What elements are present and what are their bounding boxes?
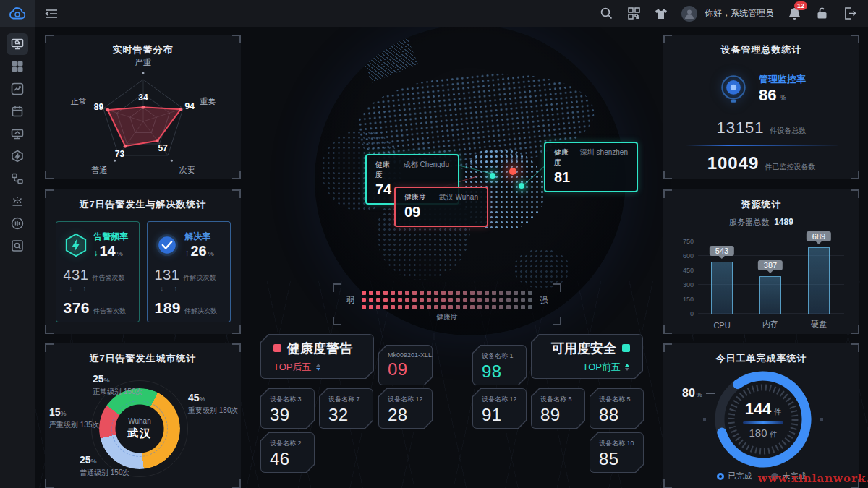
hexagon-power-icon	[11, 150, 24, 163]
screen-arrow-icon	[11, 127, 24, 140]
device-value: 88	[599, 405, 644, 425]
app-grid-icon	[11, 60, 24, 73]
legend-done[interactable]: 已完成	[717, 471, 752, 481]
device-card: 设备名称 5 89	[531, 388, 585, 429]
notification-badge: 12	[794, 1, 807, 10]
equalizer-circle-icon	[11, 217, 24, 230]
device-value: 39	[270, 405, 315, 425]
device-card: 设备名称 3 39	[260, 388, 315, 429]
panel-title: 设备管理总数统计	[663, 35, 859, 56]
stat-label: 件告警次数	[92, 273, 124, 283]
device-total-label: 件设备总数	[770, 126, 807, 136]
device-card: 设备名称 5 88	[590, 388, 644, 429]
device-value: 32	[328, 405, 373, 425]
warning-rank-toggle[interactable]: TOP后五	[273, 361, 361, 374]
warning-rank-label: TOP后五	[273, 361, 312, 374]
legend-title: 健康度	[333, 312, 561, 322]
slice-unit: %	[61, 410, 67, 417]
slice-label: 严重级别	[49, 421, 78, 429]
teal-square-icon	[622, 344, 630, 352]
svg-text:次要: 次要	[179, 166, 195, 174]
sidebar-item-topology[interactable]	[7, 168, 28, 189]
alarm-frequency-card: 告警频率 ↓ 14 % 431件告警次数 ↓ ↑ 376件告警次数	[56, 221, 140, 322]
lock-icon[interactable]	[814, 7, 829, 21]
dashboard-app: 你好，系统管理员 12	[0, 0, 868, 488]
trend-unit: %	[208, 250, 214, 257]
qr-code-icon[interactable]	[626, 7, 641, 21]
map-dots-streak	[361, 38, 417, 83]
map-pin-teal[interactable]	[490, 173, 495, 179]
legend-strong-label: 强	[540, 295, 548, 306]
availability-header: 可用度安全 TOP前五	[531, 334, 643, 379]
collapse-menu-icon[interactable]	[45, 9, 58, 19]
stat-label: 件解决次数	[184, 307, 217, 316]
stat-name: 告警频率	[94, 231, 129, 243]
search-icon[interactable]	[599, 7, 613, 21]
alarm-beacon-icon	[11, 194, 24, 207]
svg-text:普通: 普通	[91, 166, 107, 174]
cloud-logo-icon	[8, 7, 27, 21]
slice-pct: 45	[188, 392, 200, 403]
legend-weak-label: 弱	[346, 295, 354, 306]
stat-name: 解决率	[185, 231, 214, 243]
stat-label: 件告警次数	[93, 307, 126, 316]
panel-title: 资源统计	[663, 189, 859, 211]
sidebar-item-power[interactable]	[7, 145, 28, 167]
user-greeting: 你好，系统管理员	[705, 7, 774, 20]
monitor-rate-label: 管理监控率	[759, 73, 806, 86]
schedule-icon	[11, 105, 24, 118]
device-label: 设备名称 12	[482, 395, 527, 404]
gauge-percent: 80	[682, 387, 695, 400]
sidebar-item-audio-control[interactable]	[7, 213, 28, 234]
safety-rank-label: TOP前五	[583, 361, 621, 374]
sidebar-item-log-search[interactable]	[7, 235, 28, 257]
notifications-bell-icon[interactable]: 12	[787, 7, 801, 21]
total-count: 180	[749, 427, 767, 439]
panel-alarm-weekly: 近7日告警发生与解决数统计 告警频率 ↓ 14 %	[45, 189, 241, 334]
sidebar-item-cloud-monitor[interactable]	[7, 33, 28, 55]
safety-title: 可用度安全	[551, 340, 616, 357]
device-card: 设备名称 12 28	[378, 388, 433, 429]
theme-shirt-icon[interactable]	[654, 7, 668, 21]
svg-text:正常: 正常	[70, 97, 86, 106]
svg-text:重要: 重要	[200, 97, 216, 106]
map-pin-red[interactable]	[509, 168, 516, 175]
device-value: 85	[599, 449, 644, 469]
sidebar-item-schedule[interactable]	[7, 100, 28, 122]
sidebar-item-alarm[interactable]	[7, 190, 28, 212]
logout-icon[interactable]	[842, 7, 856, 21]
slice-pct: 25	[80, 454, 91, 466]
device-value: 98	[482, 361, 527, 382]
mid-arrows: ↓ ↑	[161, 285, 223, 292]
slice-label: 普通级别	[80, 468, 109, 476]
tooltip-value: 81	[554, 169, 628, 186]
sidebar-item-dispatch[interactable]	[7, 78, 28, 100]
panel-title: 近7日告警发生与解决数统计	[45, 189, 241, 211]
safety-rank-toggle[interactable]: TOP前五	[583, 361, 631, 374]
health-warning-header: 健康度警告 TOP后五	[260, 334, 374, 379]
tooltip-city: 深圳 shenzhen	[580, 147, 628, 158]
slice-pct: 25	[93, 373, 104, 385]
svg-text:34: 34	[138, 93, 148, 103]
user-avatar[interactable]	[681, 6, 697, 22]
device-card: 设备名称 12 91	[472, 388, 527, 429]
slice-callout-important: 45% 重要级别 180次	[188, 390, 238, 415]
sidebar-item-dashboard[interactable]	[7, 56, 28, 77]
slice-count: 180次	[219, 406, 239, 414]
stat-value: 431	[64, 267, 89, 283]
svg-text:73: 73	[114, 149, 124, 159]
done-count: 144	[745, 400, 772, 419]
monitor-rate-value: 86	[759, 86, 776, 104]
panel-alarm-city: 近7日告警发生城市统计 Wuhan 武汉 25% 正常级别 150次 45% 重…	[45, 343, 241, 488]
device-label: 设备名称 5	[540, 395, 585, 404]
map-pin-teal-2[interactable]	[519, 183, 524, 189]
app-logo[interactable]	[0, 0, 35, 27]
bar-value-bubble: 387	[758, 260, 783, 270]
resolve-rate-card: 解决率 ↑ 26 % 131件解决次数 ↓ ↑ 189件解决次数	[147, 221, 231, 322]
tooltip-metric: 健康度	[375, 160, 396, 180]
sidebar-item-screen-edit[interactable]	[7, 123, 28, 145]
panel-workorder: 今日工单完成率统计 80 % 144件 180件	[663, 343, 859, 488]
device-value: 46	[270, 449, 315, 469]
panel-device-total: 设备管理总数统计 管理监控率 86 % 13151 件设备总数 10049 件已…	[663, 35, 859, 179]
legend-done-dot	[717, 473, 724, 480]
